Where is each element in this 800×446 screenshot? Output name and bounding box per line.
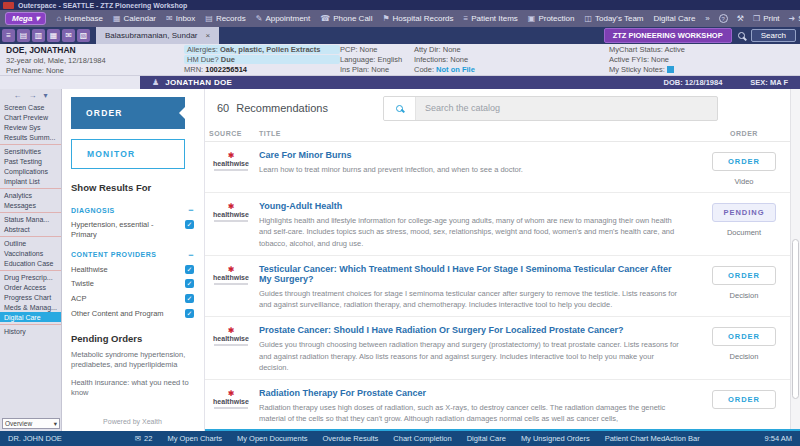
provider-checkbox-twistle[interactable] — [185, 279, 194, 288]
catalog-scrollbar[interactable] — [790, 89, 800, 429]
order-button[interactable]: ORDER — [712, 327, 776, 346]
source-brand: healthwise — [213, 398, 249, 406]
catalog-search-input[interactable] — [416, 97, 717, 120]
menu-item-hospital-records[interactable]: ⚑Hospital Records — [382, 14, 453, 23]
sidebar-item-meds-management[interactable]: Meds & Manag... — [0, 302, 61, 312]
sidebar-item-screen-case[interactable]: Screen Case — [0, 102, 61, 112]
sidebar-item-digital-care[interactable]: Digital Care — [0, 312, 61, 322]
collapse-icon[interactable]: − — [188, 250, 194, 260]
sidebar-item-analytics[interactable]: Analytics — [0, 190, 61, 200]
help-icon[interactable]: ? — [719, 14, 728, 23]
inbox-status-button[interactable]: ✉ 22 — [135, 434, 153, 443]
mega-menu-button[interactable]: Mega ▾ — [5, 12, 46, 25]
image-icon[interactable]: ▧ — [77, 29, 90, 42]
menu-item-phone-call[interactable]: ☎Phone Call — [320, 14, 372, 23]
recommendation-title-link[interactable]: Young-Adult Health — [259, 201, 684, 211]
tab-order[interactable]: ORDER — [71, 97, 185, 129]
print-button[interactable]: ❒Print — [753, 14, 780, 23]
global-search-button[interactable]: Search — [751, 29, 796, 42]
order-button[interactable]: ORDER — [712, 152, 776, 171]
pages-icon[interactable]: ▥ — [32, 29, 45, 42]
sidebar-item-vaccinations[interactable]: Vaccinations — [0, 248, 61, 258]
menu-item-records[interactable]: ▤Records — [205, 14, 245, 23]
patient-pcp: PCP: None — [340, 45, 414, 54]
status-item-chart-completion[interactable]: Chart Completion — [393, 434, 451, 443]
menu-item-patient-items[interactable]: ≡Patient Items — [464, 14, 518, 23]
signout-button[interactable]: ➜Signout — [789, 14, 800, 23]
menu-item-todays-team[interactable]: ◫Today's Team — [584, 14, 643, 23]
recommendation-title-link[interactable]: Prostate Cancer: Should I Have Radiation… — [259, 325, 684, 335]
patient-chart-tab[interactable]: Balasubramanian, Sundar × — [96, 27, 219, 44]
sidebar-item-review-sys[interactable]: Review Sys — [0, 122, 61, 132]
pending-order-item[interactable]: Metabolic syndrome hypertension, prediab… — [71, 350, 194, 370]
status-item-my-open-documents[interactable]: My Open Documents — [237, 434, 307, 443]
menu-item-inbox[interactable]: ✉Inbox — [166, 14, 195, 23]
source-brand: healthwise — [213, 274, 249, 282]
catalog-search-icon-cell[interactable] — [384, 97, 416, 120]
menu-item-digital-care[interactable]: Digital Care — [654, 14, 696, 23]
provider-checkbox-acp[interactable] — [185, 294, 194, 303]
sidebar-item-drug-prescriptions[interactable]: Drug Prescrip... — [0, 272, 61, 282]
sidebar-item-chart-preview[interactable]: Chart Preview — [0, 112, 61, 122]
sidebar-item-outline[interactable]: Outline — [0, 238, 61, 248]
more-chevrons-icon[interactable]: » — [705, 14, 709, 23]
catalog-main: 60 Recommendations SOURCE TITLE ORDER ✱ … — [205, 89, 800, 431]
scrollbar-thumb[interactable] — [792, 239, 799, 399]
diagnosis-filter-row: Hypertension, essential - Primary — [71, 220, 194, 240]
sidebar-item-complications[interactable]: Complications — [0, 166, 61, 176]
sidebar-item-status-management[interactable]: Status Mana... — [0, 214, 61, 224]
pending-order-item[interactable]: Health insurance: what you need to know — [71, 378, 194, 398]
back-arrow-icon[interactable]: ← — [13, 91, 21, 100]
sidebar-item-history[interactable]: History — [0, 326, 61, 336]
wrench-icon[interactable]: ⚒ — [737, 14, 744, 23]
order-button[interactable]: ORDER — [712, 266, 776, 285]
provider-checkbox-healthwise[interactable] — [185, 265, 194, 274]
sticky-note-icon[interactable] — [667, 66, 674, 73]
collapse-icon[interactable]: − — [188, 205, 194, 215]
message-icon[interactable]: ✉ — [62, 29, 75, 42]
order-button[interactable]: ORDER — [712, 390, 776, 409]
status-item-digital-care[interactable]: Digital Care — [467, 434, 506, 443]
forward-arrow-icon[interactable]: → — [28, 91, 36, 100]
menu-item-protection[interactable]: ▣Protection — [528, 14, 575, 23]
recommendation-title-link[interactable]: Testicular Cancer: Which Treatment Shoul… — [259, 264, 684, 284]
sidebar-item-messages[interactable]: Messages — [0, 200, 61, 210]
menu-item-appointment[interactable]: ✎Appointment — [256, 14, 311, 23]
sidebar-item-sensitivities[interactable]: Sensitivities — [0, 146, 61, 156]
menu-item-calendar[interactable]: ▦Calendar — [113, 14, 156, 23]
health-maintenance-box[interactable]: HM Due? Due — [184, 55, 340, 64]
recommendation-title-link[interactable]: Care For Minor Burns — [259, 150, 684, 160]
provider-filter-row: Twistle — [71, 279, 194, 289]
diagnosis-checkbox[interactable] — [185, 220, 194, 229]
status-item-patient-chart-medaction-bar[interactable]: Patient Chart MedAction Bar — [605, 434, 700, 443]
sidebar-item-abstract[interactable]: Abstract — [0, 224, 61, 234]
sidebar-item-progress-chart[interactable]: Progress Chart — [0, 292, 61, 302]
workshop-button[interactable]: ZTZ PIONEERING WORKSHOP — [604, 28, 732, 43]
menu-list-icon[interactable]: ≡ — [2, 29, 15, 42]
search-icon[interactable] — [738, 32, 745, 39]
status-item-overdue-results[interactable]: Overdue Results — [322, 434, 378, 443]
recommendation-title-link[interactable]: Radiation Therapy For Prostate Cancer — [259, 388, 684, 398]
provider-checkbox-other[interactable] — [185, 309, 194, 318]
document-icon[interactable]: ▤ — [17, 29, 30, 42]
sidebar-item-implant-list[interactable]: Implant List — [0, 176, 61, 186]
code-status-link[interactable]: Not on File — [436, 65, 475, 74]
status-item-my-open-charts[interactable]: My Open Charts — [167, 434, 222, 443]
status-item-my-unsigned-orders[interactable]: My Unsigned Orders — [521, 434, 590, 443]
allergies-box[interactable]: Allergies: Oak, plastic, Pollen Extracts — [184, 45, 340, 54]
close-tab-icon[interactable]: × — [206, 31, 211, 40]
menu-item-homebase[interactable]: ⌂Homebase — [56, 14, 103, 23]
pending-button[interactable]: PENDING — [712, 203, 776, 222]
inbox-icon: ✉ — [166, 14, 173, 23]
grid-icon[interactable]: ▦ — [47, 29, 60, 42]
patient-code-status: Code: Not on File — [414, 65, 609, 74]
team-icon: ◫ — [584, 14, 592, 23]
dropdown-arrow-icon[interactable]: ▾ — [43, 91, 47, 100]
sidebar-item-results-summary[interactable]: Results Summ... — [0, 132, 61, 142]
sidebar-view-dropdown[interactable]: Overview ▾ — [2, 418, 60, 429]
sidebar-item-order-access[interactable]: Order Access — [0, 282, 61, 292]
phone-icon: ☎ — [320, 14, 330, 23]
sidebar-item-education-case[interactable]: Education Case — [0, 258, 61, 268]
tab-monitor[interactable]: MONITOR — [71, 139, 185, 169]
sidebar-item-past-testing[interactable]: Past Testing — [0, 156, 61, 166]
